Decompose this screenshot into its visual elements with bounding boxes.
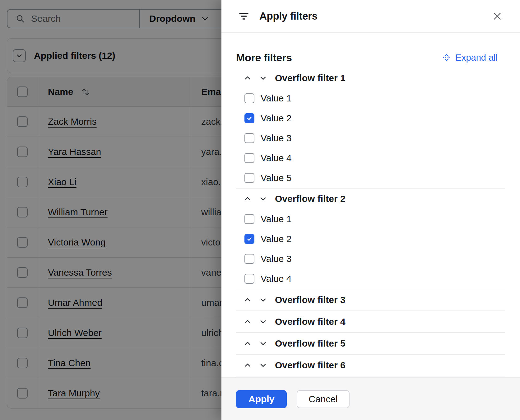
close-icon	[492, 11, 502, 21]
filter-option-row[interactable]: Value 2	[236, 108, 513, 128]
panel-footer: Apply Cancel	[221, 377, 520, 420]
filter-section-toggle[interactable]: Overflow filter 3	[236, 289, 513, 310]
section-label: Overflow filter 3	[275, 295, 346, 305]
chevron-down-icon	[259, 74, 267, 82]
option-label: Value 3	[261, 254, 292, 264]
option-label: Value 1	[261, 214, 292, 224]
page: Dropdown Applied filters (12) Name	[0, 0, 520, 420]
option-checkbox[interactable]	[244, 153, 254, 163]
section-divider	[236, 376, 505, 376]
filter-section-toggle[interactable]: Overflow filter 6	[236, 355, 513, 376]
expand-all-button[interactable]: Expand all	[442, 53, 498, 63]
option-checkbox[interactable]	[244, 254, 254, 264]
chevron-down-icon	[259, 296, 267, 304]
filter-option-row[interactable]: Value 3	[236, 249, 513, 269]
option-checkbox[interactable]	[244, 234, 254, 244]
filter-section: Overflow filter 1 Value 1 Value 2 Value …	[236, 68, 513, 189]
filter-option-row[interactable]: Value 1	[236, 209, 513, 229]
more-filters-row: More filters Expand all	[236, 50, 513, 65]
panel-title: Apply filters	[259, 10, 318, 22]
option-label: Value 4	[261, 153, 292, 163]
option-checkbox[interactable]	[244, 93, 254, 103]
filter-section: Overflow filter 4	[236, 311, 513, 333]
chevron-up-icon	[244, 296, 251, 304]
chevron-down-icon	[259, 318, 267, 325]
check-icon	[247, 236, 252, 242]
option-checkbox[interactable]	[244, 274, 254, 284]
filter-section-toggle[interactable]: Overflow filter 1	[236, 68, 513, 88]
close-button[interactable]	[492, 11, 502, 21]
more-filters-heading: More filters	[236, 52, 292, 64]
filter-section: Overflow filter 6	[236, 355, 513, 376]
chevron-down-icon	[259, 195, 267, 203]
option-label: Value 2	[261, 234, 292, 244]
filter-section-toggle[interactable]: Overflow filter 4	[236, 311, 513, 332]
filter-sections: Overflow filter 1 Value 1 Value 2 Value …	[236, 68, 513, 376]
check-icon	[247, 115, 252, 121]
chevron-up-icon	[244, 195, 251, 203]
section-options: Value 1 Value 2 Value 3 Value 4	[236, 209, 513, 289]
filter-section-toggle[interactable]: Overflow filter 5	[236, 333, 513, 354]
filter-option-row[interactable]: Value 1	[236, 88, 513, 108]
option-checkbox[interactable]	[244, 113, 254, 123]
option-label: Value 5	[261, 173, 292, 183]
option-label: Value 2	[261, 113, 292, 124]
filter-section: Overflow filter 3	[236, 289, 513, 311]
option-checkbox[interactable]	[244, 133, 254, 143]
section-label: Overflow filter 2	[275, 194, 346, 204]
filter-section: Overflow filter 5	[236, 333, 513, 355]
expand-vertical-icon	[442, 53, 451, 62]
filter-option-row[interactable]: Value 5	[236, 168, 513, 188]
chevron-up-icon	[244, 362, 251, 369]
section-options: Value 1 Value 2 Value 3 Value 4	[236, 88, 513, 188]
option-checkbox[interactable]	[244, 173, 254, 183]
option-label: Value 1	[261, 93, 292, 104]
option-checkbox[interactable]	[244, 214, 254, 224]
chevron-up-icon	[244, 340, 251, 347]
apply-filters-panel: Apply filters More filters	[221, 0, 520, 420]
chevron-up-icon	[244, 318, 251, 325]
panel-header: Apply filters	[221, 0, 520, 33]
filter-section-toggle[interactable]: Overflow filter 2	[236, 189, 513, 209]
section-label: Overflow filter 5	[275, 338, 346, 349]
filter-option-row[interactable]: Value 3	[236, 128, 513, 148]
chevron-up-icon	[244, 74, 251, 82]
filter-option-row[interactable]: Value 4	[236, 269, 513, 289]
option-label: Value 4	[261, 273, 292, 284]
cancel-button[interactable]: Cancel	[297, 390, 349, 408]
chevron-down-icon	[259, 362, 267, 369]
section-label: Overflow filter 1	[275, 73, 346, 83]
filter-lines-icon	[238, 11, 249, 22]
filter-option-row[interactable]: Value 2	[236, 229, 513, 249]
expand-all-label: Expand all	[456, 53, 498, 63]
section-label: Overflow filter 6	[275, 360, 346, 371]
panel-body: More filters Expand all	[221, 33, 520, 377]
section-label: Overflow filter 4	[275, 316, 346, 327]
option-label: Value 3	[261, 133, 292, 143]
apply-button[interactable]: Apply	[236, 390, 287, 408]
filter-section: Overflow filter 2 Value 1 Value 2 Value …	[236, 189, 513, 289]
chevron-down-icon	[259, 340, 267, 347]
filter-option-row[interactable]: Value 4	[236, 148, 513, 168]
